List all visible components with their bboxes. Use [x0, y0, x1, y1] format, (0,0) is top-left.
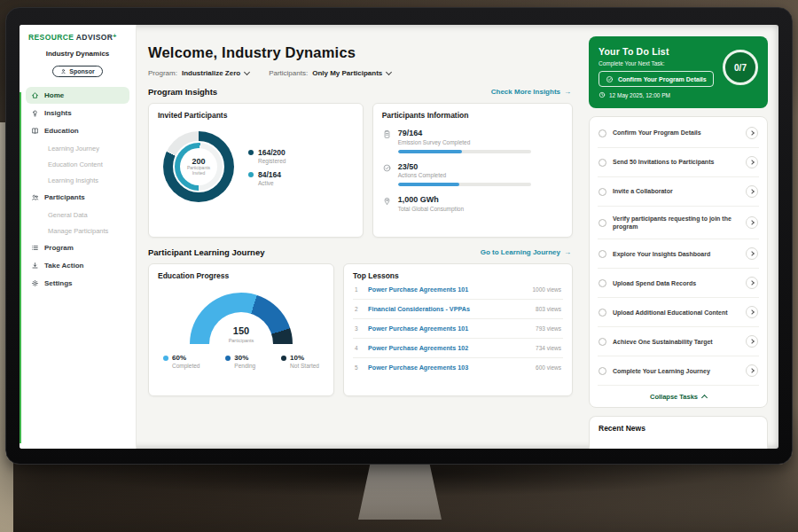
sidebar-item-settings[interactable]: Settings	[26, 275, 129, 292]
task-checkbox[interactable]	[598, 129, 606, 137]
sidebar-item-home[interactable]: Home	[26, 87, 129, 104]
person-icon	[60, 68, 66, 74]
task-chevron-button[interactable]	[746, 185, 758, 198]
check-more-insights-label: Check More Insights	[491, 88, 560, 96]
registered-dot	[248, 150, 254, 155]
lesson-views: 734 views	[536, 345, 561, 351]
chevron-down-icon	[244, 69, 250, 75]
logo-advisor: ADVISOR	[76, 33, 113, 42]
chevron-right-icon	[749, 130, 755, 136]
stat-label: Emission Survey Completed	[398, 139, 531, 145]
download-icon	[31, 262, 39, 270]
collapse-tasks-button[interactable]: Collapse Tasks	[598, 386, 759, 407]
gauge-legend-dot	[225, 356, 231, 361]
progress-fill	[398, 183, 459, 186]
app-logo: RESOURCE ADVISOR+	[26, 33, 129, 42]
gauge-legend-label: Pending	[234, 363, 255, 369]
gauge-legend-item-pending: 30% Pending	[225, 354, 255, 369]
chevron-right-icon	[749, 220, 755, 225]
task-row[interactable]: Upload Additional Educational Content	[598, 298, 759, 327]
task-checkbox[interactable]	[598, 219, 606, 227]
program-filter[interactable]: Program: Industrialize Zero	[148, 69, 249, 77]
gauge-legend-value: 30%	[234, 354, 248, 362]
task-row[interactable]: Explore Your Insights Dashboard	[598, 239, 759, 269]
task-chevron-button[interactable]	[746, 247, 758, 260]
sidebar-item-general-data[interactable]: General Data	[26, 207, 129, 223]
logo-resource: RESOURCE	[28, 33, 74, 42]
participants-information-card: Participants Information 79/164 Emission…	[372, 103, 573, 238]
sidebar-item-insights[interactable]: Insights	[26, 105, 129, 121]
active-label: Active	[258, 180, 286, 186]
recent-news-card: Recent News	[589, 416, 768, 449]
task-row[interactable]: Complete Your Learning Journey	[598, 356, 759, 386]
task-checkbox[interactable]	[598, 279, 606, 287]
active-dot	[248, 172, 254, 177]
sidebar-item-learning-journey[interactable]: Learning Journey	[26, 140, 129, 156]
next-task-pill[interactable]: Confirm Your Program Details	[598, 71, 714, 87]
invited-center-label: Participants Invited	[184, 166, 214, 176]
task-chevron-button[interactable]	[746, 306, 758, 318]
check-more-insights-link[interactable]: Check More Insights →	[491, 88, 571, 96]
lesson-link[interactable]: Power Purchase Agreements 103	[368, 364, 529, 372]
task-row[interactable]: Upload Spend Data Records	[598, 269, 759, 298]
lesson-link[interactable]: Power Purchase Agreements 102	[368, 344, 529, 352]
active-value: 84/164	[258, 170, 281, 179]
sidebar-item-education-content[interactable]: Education Content	[26, 156, 129, 172]
gauge-legend-label: Not Started	[290, 363, 319, 369]
todo-summary-card: Your To Do List Complete Your Next Task:…	[589, 36, 768, 108]
chevron-right-icon	[749, 189, 755, 194]
gauge-legend-value: 10%	[290, 354, 304, 362]
invited-card-title: Invited Participants	[158, 111, 354, 120]
stat-actions-completed: 23/50 Actions Completed	[382, 162, 563, 187]
sidebar-item-learning-insights[interactable]: Learning Insights	[26, 172, 129, 188]
task-checkbox[interactable]	[598, 338, 606, 346]
task-row[interactable]: Verify participants requesting to join t…	[598, 207, 759, 239]
sidebar-item-manage-participants[interactable]: Manage Participants	[26, 223, 129, 239]
participants-filter[interactable]: Participants: Only My Participants	[269, 69, 391, 77]
task-chevron-button[interactable]	[746, 216, 758, 229]
sidebar-item-education[interactable]: Education	[26, 122, 129, 139]
lesson-link[interactable]: Power Purchase Agreements 101	[368, 286, 526, 293]
lesson-rank: 1	[355, 286, 362, 293]
invited-donut-center: 200 Participants Invited	[180, 148, 217, 185]
monitor-screen: RESOURCE ADVISOR+ Industry Dynamics Spon…	[20, 25, 778, 449]
task-checkbox[interactable]	[598, 159, 606, 167]
lesson-views: 600 views	[536, 364, 561, 371]
task-chevron-button[interactable]	[746, 156, 758, 168]
lesson-row: 4 Power Purchase Agreements 102 734 view…	[353, 339, 563, 358]
task-checkbox[interactable]	[598, 367, 606, 375]
task-checkbox[interactable]	[598, 188, 606, 196]
task-chevron-button[interactable]	[746, 277, 758, 289]
go-to-learning-journey-link[interactable]: Go to Learning Journey →	[481, 248, 571, 256]
legend-item-active: 84/164 Active	[248, 170, 286, 186]
lesson-views: 793 views	[536, 325, 561, 332]
lesson-link[interactable]: Power Purchase Agreements 101	[368, 325, 529, 332]
sidebar-item-program[interactable]: Program	[26, 239, 129, 256]
task-row[interactable]: Invite a Collaborator	[598, 177, 759, 207]
task-row[interactable]: Confirm Your Program Details	[598, 119, 759, 148]
task-checkbox[interactable]	[598, 250, 606, 258]
sidebar-item-take-action[interactable]: Take Action	[26, 257, 129, 274]
page-background: RESOURCE ADVISOR+ Industry Dynamics Spon…	[0, 0, 798, 532]
map-pin-icon	[382, 196, 392, 212]
task-chevron-button[interactable]	[746, 335, 758, 348]
lessons-card-title: Top Lessons	[353, 271, 563, 280]
list-icon	[31, 244, 39, 252]
task-label: Upload Additional Educational Content	[613, 309, 739, 317]
stat-label: Total Global Consumption	[398, 206, 464, 212]
sidebar-item-participants[interactable]: Participants	[26, 189, 129, 206]
task-chevron-button[interactable]	[746, 127, 758, 139]
gauge-legend-item-completed: 60% Completed	[163, 354, 200, 369]
lesson-link[interactable]: Financial Considerations - VPPAs	[368, 305, 529, 313]
recent-news-title: Recent News	[598, 424, 758, 433]
stat-label: Actions Completed	[398, 172, 531, 178]
task-row[interactable]: Send 50 Invitations to Participants	[598, 148, 759, 177]
task-checkbox[interactable]	[598, 309, 606, 317]
arrow-right-icon: →	[564, 248, 571, 256]
program-insights-title: Program Insights	[148, 87, 217, 97]
task-chevron-button[interactable]	[746, 364, 758, 377]
chevron-up-icon	[701, 395, 708, 401]
task-row[interactable]: Achieve One Sustainability Target	[598, 327, 759, 356]
sidebar: RESOURCE ADVISOR+ Industry Dynamics Spon…	[20, 25, 137, 449]
clock-icon	[598, 91, 606, 98]
